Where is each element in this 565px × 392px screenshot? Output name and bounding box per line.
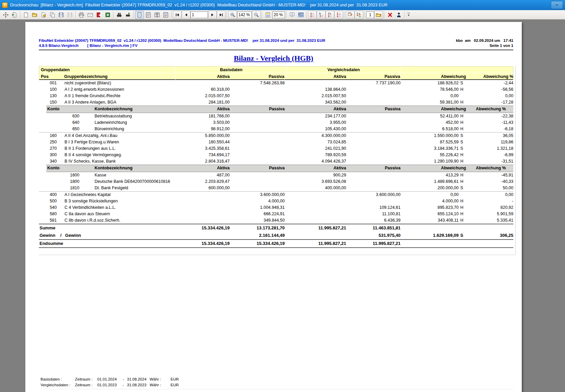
vergleich-aktiva-cell [285,232,346,239]
outline-expand2-button[interactable] [326,11,334,19]
copy-icon [50,12,55,18]
view-two-pages-button[interactable] [153,11,161,19]
new-document-icon [23,12,29,18]
open-button[interactable] [30,11,39,19]
first-page-button[interactable] [173,11,182,19]
copies-input[interactable] [366,11,374,18]
save-button[interactable] [57,11,66,19]
basisdaten-header: Basisdaten [176,66,287,73]
basis-passiva-cell: 349.844,50 [230,217,285,224]
abweichung-cell: 200.000,00S [401,185,466,191]
pos-cell: 300 [39,152,64,158]
basis-aktiva-cell: 15.334.426,19 [176,224,230,232]
toolbar-separator [364,11,365,19]
toolbar-separator [133,11,134,19]
search-button[interactable] [115,11,124,19]
excel-icon [105,12,110,18]
basis-aktiva-cell: 3.503,00 [176,119,230,126]
konto-cell: 650 [39,126,79,132]
close-preview-button[interactable] [386,11,394,19]
zoom-level-input[interactable] [237,11,252,18]
vergleich-passiva-cell [346,152,401,158]
pos-cell: 340 [39,158,64,165]
abweichung-cell: 78.546,00H [401,86,466,93]
gruppenbezeichnung-cell: nicht zugeordnet (Bilanz) [64,80,176,86]
soll-haben-flag: S [459,133,466,139]
abweichung-prozent-cell: -45,91 [466,172,513,178]
email-button[interactable] [86,11,95,19]
basis-passiva-cell [230,119,285,126]
report-table: Gruppendaten Basisdaten Vergleichsdaten … [39,66,513,248]
vergleich-passiva-cell: 3.600.000,00 [346,192,401,198]
abweichung-cell: 59.381,00H [401,99,466,106]
view-whole-page-button[interactable] [135,11,144,19]
abweichung-cell: 188.926,02S [401,80,466,86]
zoom-out-button[interactable] [252,11,261,19]
vergleich-passiva-cell: 531.975,40 [346,232,401,239]
vergleich-aktiva-cell: 343.562,00 [285,99,346,106]
soll-haben-flag: S [459,232,466,239]
load-report-button[interactable] [374,11,383,19]
minimize-button[interactable]: – [551,1,563,9]
vergleich-passiva-cell [346,172,401,178]
zoom-in-button[interactable] [228,11,237,19]
copy-button[interactable] [48,11,57,19]
excel-export-button[interactable] [103,11,112,19]
pan-tool-button[interactable] [1,11,10,19]
arrange-pages-button[interactable] [346,11,355,19]
print-button[interactable] [77,11,86,19]
soll-haben-flag: S [459,145,466,152]
abweichung-prozent-cell [466,240,513,247]
previous-page-icon [184,12,188,17]
outline-expand-all-button[interactable] [334,11,343,19]
previous-page-button[interactable] [182,11,190,19]
next-page-button[interactable] [208,11,217,19]
abweichung-prozent-cell: -17,28 [466,99,513,106]
binoculars-next-icon [125,12,131,18]
abweichung-value: 1.550.000,00 [401,133,459,139]
basis-aktiva-cell: 15.334.426,19 [176,240,230,247]
basis-aktiva-cell: 5.850.000,00 [176,133,230,139]
soll-haben-flag: H [459,113,466,119]
soll-haben-flag: H [459,217,466,224]
person-icon [396,12,402,18]
abweichung-prozent-cell: -22,38 [466,113,513,119]
toolbar-options-dropdown[interactable]: ▾ [406,11,411,19]
abweichung-value: 6.518,00 [401,126,459,132]
vergleich-passiva-cell [346,119,401,126]
info-button[interactable] [288,11,297,19]
basis-passiva-header: Passiva [230,73,285,80]
last-page-button[interactable] [217,11,226,19]
table-rule [39,247,513,248]
page-setup-button[interactable] [39,11,48,19]
table-row: 400A I Gezeichnetes Kapital3.600.000,003… [39,192,513,198]
fit-page-button[interactable] [10,11,19,19]
vergleich-passiva-cell: 11.100,81 [346,211,401,217]
report-page: FibuNet Entwickler (20047) TFRMDRU059_02… [25,22,522,392]
table-row: 580C 8a davon aus Steuern666.224,9111.10… [39,211,513,217]
basis-passiva-cell [230,126,285,132]
properties-grid-button[interactable] [297,11,305,19]
outline-expand1-button[interactable] [317,11,326,19]
abweichung-header: Abweichung [401,165,466,172]
user-exit-button[interactable] [394,11,403,19]
new-document-button[interactable] [22,11,30,19]
vergleich-passiva-cell [346,198,401,204]
report-page-count: Seite 1 von 1 [490,43,513,48]
footer-basisdaten-row: Basisdaten : Zeitraum : 01.01.2024 - 31.… [41,376,243,382]
save-all-button[interactable] [66,11,74,19]
view-text-button[interactable] [161,11,170,19]
export-button[interactable] [95,11,103,19]
kontobezeichnung-cell: Kasse [79,172,176,178]
thumbnail-view-button[interactable] [263,11,272,19]
page-number-input[interactable] [190,11,208,18]
arrange-sort-button[interactable] [355,11,363,19]
vergleich-aktiva-cell: 241.021,90 [285,145,346,152]
basis-passiva-cell: 4.000,00 [230,198,285,204]
view-page-width-button[interactable] [144,11,153,19]
thumbnail-zoom-input[interactable] [272,11,285,18]
outline-collapse-button[interactable] [308,11,317,19]
report-header-line1: FibuNet Entwickler (20047) TFRMDRU059_02… [39,38,325,43]
printer-icon [79,12,84,18]
search-next-button[interactable] [124,11,132,19]
